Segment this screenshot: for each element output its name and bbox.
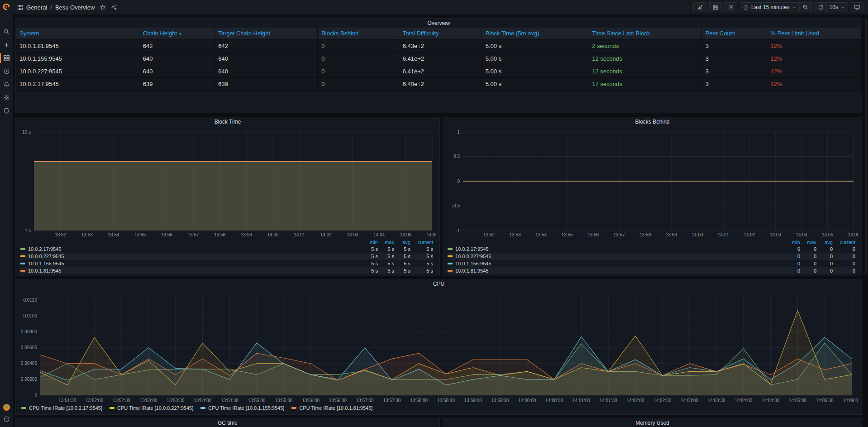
legend-stat-header-min[interactable]: min [362, 240, 378, 245]
svg-text:13:55:30: 13:55:30 [275, 398, 292, 403]
svg-text:14:04: 14:04 [796, 232, 807, 237]
save-dashboard-button[interactable] [709, 2, 722, 12]
column-header-target_chain_height[interactable]: Target Chain Height [215, 28, 318, 40]
add-panel-button[interactable] [693, 2, 706, 12]
breadcrumb-dashboard-title[interactable]: Besu Overview [55, 4, 95, 11]
sidebar-create-icon[interactable] [0, 38, 13, 52]
gc-time-panel-title[interactable]: GC time [16, 418, 439, 427]
svg-text:14:05: 14:05 [822, 232, 833, 237]
sidebar-explore-icon[interactable] [0, 65, 13, 78]
time-range-picker[interactable]: Last 15 minutes [740, 2, 800, 12]
zoom-out-time-button[interactable] [800, 2, 812, 12]
block-time-panel-title[interactable]: Block Time [16, 117, 439, 126]
cpu-panel-title[interactable]: CPU [16, 279, 862, 288]
cycle-view-mode-button[interactable] [851, 2, 863, 12]
refresh-interval-picker[interactable]: 10s [827, 2, 848, 12]
blocks-behind-chart[interactable]: 13:5213:5313:5413:5513:5613:5713:5813:59… [447, 127, 858, 239]
memory-used-panel-title[interactable]: Memory Used [443, 418, 862, 427]
svg-text:13:57:00: 13:57:00 [356, 398, 374, 403]
sidebar-configuration-icon[interactable] [0, 91, 13, 104]
legend-stat-header-current[interactable]: current [410, 240, 433, 245]
table-cell-system: 10.0.2.17:9545 [16, 78, 139, 91]
svg-text:13:56: 13:56 [587, 232, 599, 237]
svg-text:13:53: 13:53 [81, 232, 93, 237]
table-row: 10.0.1.81:954564264206.43e+25.00 s2 seco… [16, 40, 862, 53]
block-time-chart[interactable]: 13:5213:5313:5413:5513:5613:5713:5813:59… [19, 127, 436, 239]
breadcrumb-separator: / [50, 4, 52, 11]
table-cell-block_time_5m_avg: 5.00 s [482, 78, 588, 91]
legend-stat-value: 0 [784, 246, 800, 252]
column-header-time_since_last_block[interactable]: Time Since Last Block [588, 28, 701, 40]
sidebar-alerting-icon[interactable] [0, 78, 13, 91]
grafana-logo-icon[interactable] [0, 0, 13, 14]
blocks-behind-panel-title[interactable]: Blocks Behind [443, 117, 862, 126]
column-header-peer_limit_used[interactable]: % Peer Limit Used [767, 28, 862, 40]
svg-text:13:52:30: 13:52:30 [113, 398, 130, 403]
star-icon[interactable] [100, 4, 106, 10]
svg-text:13:58:00: 13:58:00 [410, 398, 428, 403]
breadcrumb-folder[interactable]: General [26, 4, 47, 11]
legend-row: 10.0.2.17:95450000 [448, 245, 855, 253]
svg-text:0: 0 [34, 393, 37, 398]
legend-series-name[interactable]: 10.0.1.81:9545 [448, 268, 784, 273]
svg-text:14:05: 14:05 [400, 232, 411, 237]
svg-text:14:02: 14:02 [320, 232, 332, 237]
legend-stat-value: 0 [800, 254, 816, 259]
legend-series-name[interactable]: CPU Time IRate [10.0.2.17:9545] [21, 405, 102, 411]
svg-text:0.0120: 0.0120 [23, 297, 37, 302]
legend-stat-header-min[interactable]: min [784, 240, 800, 245]
legend-series-name[interactable]: 10.0.1.81:9545 [20, 268, 362, 273]
series-swatch-icon [20, 255, 25, 257]
legend-row: 10.0.1.155:95455 s5 s5 s5 s [20, 260, 433, 267]
help-icon[interactable]: ? [0, 414, 13, 423]
legend-series-name[interactable]: 10.0.0.227:9545 [448, 254, 784, 259]
column-header-block_time_5m_avg[interactable]: Block Time (5m avg) [482, 28, 588, 40]
column-header-peer_count[interactable]: Peer Count [702, 28, 767, 40]
table-cell-blocks_behind: 0 [318, 40, 399, 53]
refresh-button[interactable] [815, 2, 827, 12]
table-cell-total_difficulty: 6.41e+2 [399, 53, 482, 65]
sidebar-search-icon[interactable] [0, 25, 13, 38]
table-cell-chain_height: 640 [139, 53, 215, 65]
svg-text:13:55: 13:55 [562, 232, 573, 237]
share-icon[interactable] [111, 4, 117, 10]
column-header-total_difficulty[interactable]: Total Difficulty [399, 28, 482, 40]
legend-stat-header-max[interactable]: max [378, 240, 394, 245]
sidebar-dashboards-icon[interactable] [0, 52, 13, 65]
series-swatch-icon [20, 248, 25, 250]
legend-stat-value: 5 s [362, 254, 378, 259]
table-cell-peer_count: 3 [702, 65, 767, 78]
sidebar: ? [0, 0, 13, 427]
column-header-system[interactable]: System [16, 28, 139, 40]
avatar[interactable] [3, 404, 10, 411]
legend-series-name[interactable]: CPU Time IRate [10.0.1.155:9545] [200, 405, 284, 411]
legend-stat-value: 5 s [378, 254, 394, 259]
overview-panel-title[interactable]: Overview [16, 19, 862, 28]
scrollbar[interactable] [865, 18, 867, 274]
legend-stat-value: 0 [800, 246, 816, 252]
legend-series-name[interactable]: CPU Time IRate [10.0.0.227:9545] [110, 405, 193, 411]
legend-stat-header-avg[interactable]: avg [816, 240, 833, 245]
sidebar-server-admin-icon[interactable] [0, 104, 13, 117]
legend-series-name[interactable]: 10.0.2.17:9545 [448, 246, 784, 252]
legend-series-name[interactable]: CPU Time IRate [10.0.1.81:9545] [291, 405, 372, 411]
column-header-chain_height[interactable]: Chain Height▾ [139, 28, 215, 40]
legend-stat-header-avg[interactable]: avg [394, 240, 410, 245]
svg-text:14:02: 14:02 [744, 232, 755, 237]
legend-stat-header-current[interactable]: current [833, 240, 855, 245]
legend-stat-value: 5 s [378, 268, 394, 273]
svg-text:14:06:00: 14:06:00 [843, 398, 858, 403]
table-cell-time_since_last_block: 2 seconds [588, 40, 701, 53]
svg-text:14:03: 14:03 [770, 232, 781, 237]
legend-series-name[interactable]: 10.0.1.155:9545 [20, 261, 362, 266]
legend-series-name[interactable]: 10.0.0.227:9545 [20, 254, 362, 259]
svg-text:14:03: 14:03 [347, 232, 358, 237]
legend-series-name[interactable]: 10.0.2.17:9545 [20, 246, 362, 252]
cpu-chart[interactable]: 13:51:3013:52:0013:52:3013:53:0013:53:30… [19, 289, 858, 404]
legend-series-name[interactable]: 10.0.1.155:9545 [448, 261, 784, 266]
gc-time-panel: GC time [15, 418, 440, 427]
dashboard-settings-button[interactable] [725, 2, 737, 12]
table-cell-chain_height: 642 [139, 40, 215, 53]
column-header-blocks_behind[interactable]: Blocks Behind [318, 28, 399, 40]
legend-stat-header-max[interactable]: max [800, 240, 816, 245]
